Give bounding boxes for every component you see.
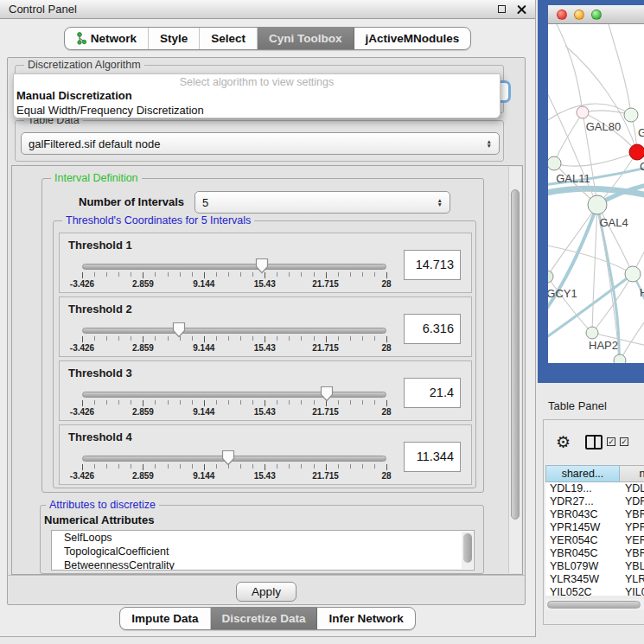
network-canvas[interactable]: GAL80 GA C GAL11 GAL4 GCY1 H HAP2 [548, 24, 644, 363]
list-item[interactable]: BetweennessCentrality [52, 558, 474, 571]
tab-cyni-toolbox[interactable]: Cyni Toolbox [258, 28, 354, 49]
number-of-intervals-spinner[interactable]: 5 ▲▼ [194, 191, 450, 214]
list-item[interactable]: SelfLoops [52, 531, 474, 545]
list-scrollbar[interactable] [462, 532, 473, 569]
threshold-2-ruler: -3.426 2.859 9.144 15.43 21.715 28 [82, 336, 386, 352]
cell-name[interactable]: YPR1 [620, 521, 644, 534]
tab-jactivemnodules[interactable]: jActiveMNodules [354, 28, 471, 49]
cell-name[interactable]: YLR3 [620, 573, 644, 586]
cell-shared-name[interactable]: YDL19... [545, 482, 620, 495]
table-row[interactable]: YER054C YER0 [545, 534, 644, 547]
cell-shared-name[interactable]: YPR145W [545, 521, 620, 534]
mac-close-icon[interactable] [557, 10, 567, 20]
checkbox-icon[interactable]: ✓ [607, 437, 615, 446]
cell-name[interactable]: YBR0 [620, 547, 644, 560]
tab-discretize-data[interactable]: Discretize Data [211, 608, 318, 629]
threshold-3-value-field[interactable]: 21.4 [404, 378, 461, 408]
cell-shared-name[interactable]: YLR345W [545, 573, 620, 586]
threshold-3-slider-track[interactable] [82, 392, 386, 398]
threshold-1-value-field[interactable]: 14.713 [404, 250, 461, 280]
tab-impute-data[interactable]: Impute Data [120, 608, 210, 629]
column-header-shared-name[interactable]: shared... [545, 465, 620, 482]
table-row[interactable]: YBR043C YBR0 [545, 508, 644, 521]
cell-shared-name[interactable]: YIL052C [545, 586, 620, 596]
gear-icon[interactable]: ⚙ [556, 432, 571, 452]
bottom-tabstrip: Impute Data Discretize Data Infer Networ… [0, 607, 535, 630]
major-tick [326, 272, 327, 278]
panel-scrollbar-thumb[interactable] [511, 189, 520, 520]
float-window-icon[interactable] [498, 5, 506, 13]
node-gal80[interactable] [577, 106, 589, 118]
cell-name[interactable]: YER0 [620, 534, 644, 547]
column-header-name[interactable]: na [620, 465, 644, 482]
split-columns-icon[interactable] [585, 435, 603, 450]
table-row[interactable]: YBR045C YBR0 [545, 547, 644, 560]
list-item[interactable]: TopologicalCoefficient [52, 545, 474, 558]
mac-minimize-icon[interactable] [574, 10, 584, 20]
tab-select[interactable]: Select [200, 28, 258, 49]
cell-name[interactable]: YIL0 [620, 586, 644, 596]
table-toolbar: ⚙ ✓ ✓ [544, 420, 644, 463]
dropdown-prompt-item[interactable]: Select algorithm to view settings [14, 74, 500, 89]
node-hap2[interactable] [586, 327, 598, 339]
top-tabs: Network Style Select Cyni Toolbox jActiv… [64, 27, 472, 50]
threshold-2-value-field[interactable]: 6.316 [404, 314, 461, 344]
cell-name[interactable]: YDL1 [620, 482, 644, 495]
cell-shared-name[interactable]: YDR27... [545, 495, 620, 508]
table-horizontal-scrollbar[interactable] [545, 599, 644, 610]
threshold-3-slider-thumb[interactable] [320, 386, 334, 403]
table-row[interactable]: YPR145W YPR1 [545, 521, 644, 534]
tab-jactivemnodules-label: jActiveMNodules [366, 32, 460, 45]
checkbox-icon[interactable]: ✓ [620, 437, 628, 446]
cell-shared-name[interactable]: YBR045C [545, 547, 620, 560]
node-gal4[interactable] [588, 195, 607, 214]
tab-network[interactable]: Network [65, 28, 149, 49]
node-table: shared... na YDL19... YDL1 YDR27... YDR2… [545, 465, 644, 596]
cell-shared-name[interactable]: YBR043C [545, 508, 620, 521]
cell-name[interactable]: YBL0 [620, 560, 644, 573]
close-icon[interactable] [517, 4, 526, 14]
threshold-2-slider-track[interactable] [82, 328, 386, 334]
table-rows: YDL19... YDL1 YDR27... YDR2 YBR043C YBR0… [545, 482, 644, 596]
threshold-4-value-field[interactable]: 11.344 [404, 442, 461, 472]
threshold-1-slider-track[interactable] [82, 264, 386, 270]
panel-scrollbar[interactable] [508, 167, 521, 573]
threshold-1-slider-thumb[interactable] [255, 258, 269, 275]
thresholds-group-label: Threshold's Coordinates for 5 Intervals [62, 214, 254, 226]
threshold-3-ruler: -3.426 2.859 9.144 15.43 21.715 28 [82, 400, 386, 416]
mac-zoom-icon[interactable] [591, 10, 602, 20]
node-red-selected[interactable] [629, 144, 644, 160]
cell-name[interactable]: YDR2 [620, 495, 644, 508]
node-gcy1[interactable] [548, 271, 553, 283]
node-partial-top[interactable] [624, 108, 638, 122]
threshold-4-slider-thumb[interactable] [221, 450, 235, 467]
major-tick [204, 400, 205, 406]
table-horizontal-scrollbar-thumb[interactable] [547, 601, 641, 609]
spinner-arrows-icon[interactable]: ▲▼ [437, 198, 443, 207]
node-gal11[interactable] [548, 156, 561, 170]
table-row[interactable]: YLR345W YLR3 [545, 573, 644, 586]
dropdown-option-manual[interactable]: Manual Discretization [14, 89, 500, 104]
table-row[interactable]: YDL19... YDL1 [545, 482, 644, 495]
node-partial-bottom[interactable] [614, 354, 626, 363]
major-tick [326, 336, 327, 342]
table-row[interactable]: YBL079W YBL0 [545, 560, 644, 573]
tick-label: 9.144 [193, 471, 214, 481]
tab-style[interactable]: Style [149, 28, 200, 49]
node-h-partial[interactable] [625, 266, 641, 282]
list-scrollbar-thumb[interactable] [463, 533, 472, 563]
tab-infer-network[interactable]: Infer Network [317, 608, 414, 629]
numerical-attributes-list[interactable]: SelfLoops TopologicalCoefficient Between… [51, 530, 475, 571]
table-row[interactable]: YDR27... YDR2 [545, 495, 644, 508]
cell-shared-name[interactable]: YER054C [545, 534, 620, 547]
tick-label: 21.715 [312, 343, 339, 353]
cell-name[interactable]: YBR0 [620, 508, 644, 521]
table-data-combobox[interactable]: galFiltered.sif default node ▲▼ [21, 132, 500, 155]
cell-shared-name[interactable]: YBL079W [545, 560, 620, 573]
threshold-2-slider-thumb[interactable] [172, 322, 186, 339]
apply-button[interactable]: Apply [236, 582, 296, 602]
discretization-algorithm-label: Discretization Algorithm [24, 59, 144, 71]
spinner-arrows-icon[interactable]: ▲▼ [487, 139, 492, 148]
table-row[interactable]: YIL052C YIL0 [545, 586, 644, 596]
dropdown-option-equal-width[interactable]: Equal Width/Frequency Discretization [14, 104, 500, 118]
